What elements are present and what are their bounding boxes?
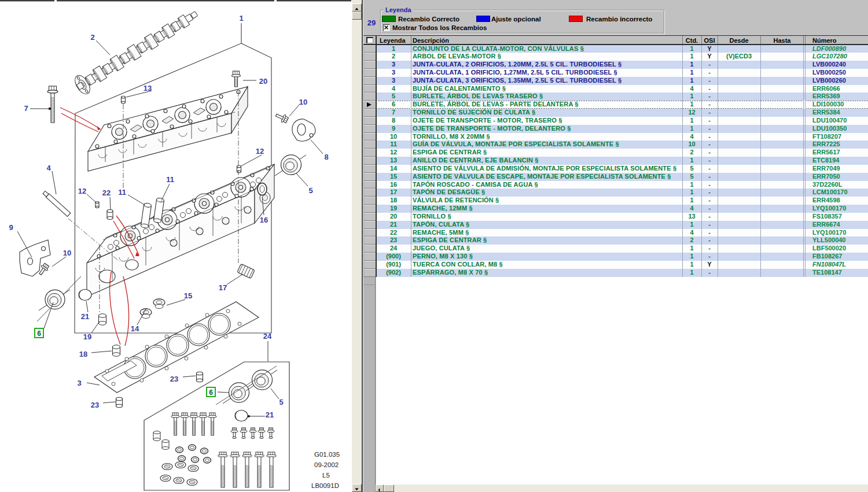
svg-text:20: 20 bbox=[259, 77, 267, 86]
svg-text:17: 17 bbox=[219, 283, 227, 292]
svg-text:G01.035: G01.035 bbox=[314, 451, 340, 458]
svg-text:10: 10 bbox=[299, 98, 307, 106]
svg-text:12: 12 bbox=[78, 187, 86, 195]
svg-text:2: 2 bbox=[90, 33, 94, 42]
svg-text:13: 13 bbox=[144, 84, 152, 93]
svg-text:15: 15 bbox=[184, 291, 192, 300]
svg-text:3: 3 bbox=[77, 379, 81, 387]
svg-text:16: 16 bbox=[260, 216, 268, 224]
svg-text:7: 7 bbox=[24, 104, 28, 113]
svg-text:18: 18 bbox=[79, 350, 87, 358]
svg-text:21: 21 bbox=[81, 312, 89, 321]
svg-text:6: 6 bbox=[209, 389, 213, 397]
svg-text:23: 23 bbox=[170, 375, 178, 383]
svg-text:10: 10 bbox=[63, 249, 71, 257]
svg-text:24: 24 bbox=[263, 332, 272, 341]
svg-text:09-2002: 09-2002 bbox=[314, 461, 339, 468]
svg-text:8: 8 bbox=[324, 153, 328, 161]
svg-text:14: 14 bbox=[131, 324, 139, 333]
svg-text:23: 23 bbox=[91, 401, 99, 409]
svg-text:19: 19 bbox=[83, 332, 91, 341]
svg-text:9: 9 bbox=[9, 223, 13, 232]
svg-text:21: 21 bbox=[266, 410, 274, 419]
svg-text:22: 22 bbox=[102, 188, 111, 197]
svg-text:11: 11 bbox=[118, 188, 126, 197]
svg-text:5: 5 bbox=[279, 398, 283, 406]
svg-text:5: 5 bbox=[308, 186, 312, 195]
svg-text:6: 6 bbox=[37, 330, 41, 338]
svg-text:LB0091D: LB0091D bbox=[311, 482, 339, 489]
svg-text:12: 12 bbox=[256, 147, 264, 156]
svg-text:11: 11 bbox=[166, 175, 174, 184]
svg-text:L5: L5 bbox=[322, 472, 330, 479]
svg-text:1: 1 bbox=[239, 14, 243, 23]
svg-text:4: 4 bbox=[46, 164, 51, 172]
